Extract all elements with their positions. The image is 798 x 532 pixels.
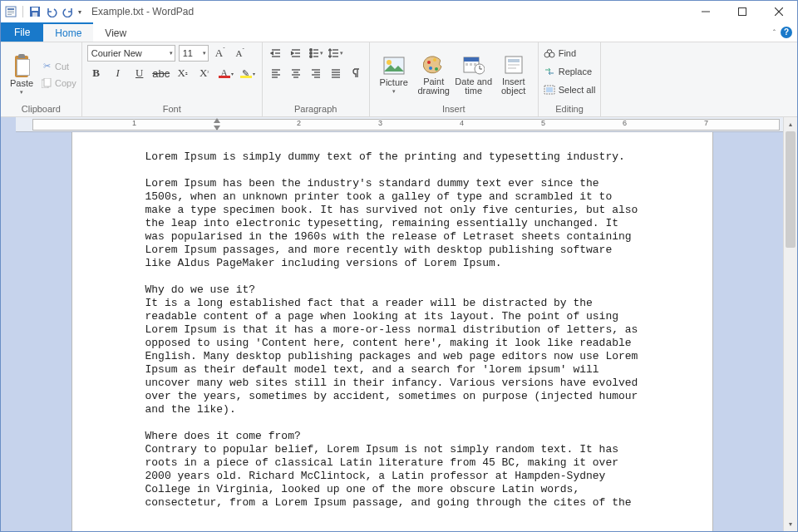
bullets-button[interactable]: ▾ (308, 45, 324, 62)
svg-rect-6 (32, 7, 38, 11)
paragraph-3[interactable]: Why do we use it? It is a long establish… (145, 283, 639, 416)
paint-label: Paint drawing (417, 77, 450, 96)
scroll-thumb[interactable] (786, 131, 796, 248)
svg-point-64 (549, 52, 554, 57)
window-title: Example.txt - WordPad (91, 6, 194, 17)
horizontal-ruler[interactable]: 1 2 3 4 5 6 7 (16, 117, 783, 132)
ruler-mark: 2 (297, 119, 301, 127)
maximize-button[interactable] (724, 1, 761, 22)
select-all-label: Select all (559, 85, 596, 95)
ruler-mark: 1 (132, 119, 136, 127)
title-bar: ▾ Example.txt - WordPad (1, 1, 797, 22)
find-label: Find (559, 48, 576, 58)
font-group-label: Font (87, 104, 257, 116)
justify-button[interactable] (328, 65, 344, 81)
select-all-icon (544, 84, 555, 96)
svg-rect-66 (546, 87, 553, 92)
svg-rect-61 (508, 64, 520, 66)
paste-button[interactable]: Paste ▾ (6, 54, 37, 96)
align-center-button[interactable] (288, 65, 304, 81)
shrink-font-button[interactable]: Aˇ (232, 45, 249, 62)
workspace: 1 2 3 4 5 6 7 Lorem Ipsum is simply dumm… (1, 117, 797, 531)
svg-rect-7 (32, 12, 37, 17)
window-controls (687, 1, 797, 22)
hanging-indent-marker[interactable] (214, 126, 220, 131)
align-right-button[interactable] (308, 65, 324, 81)
qat-separator (22, 6, 23, 17)
replace-label: Replace (559, 66, 592, 76)
clipboard-group-label: Clipboard (6, 104, 76, 116)
cut-button[interactable]: ✂ Cut (41, 58, 76, 75)
strikethrough-button[interactable]: abc (152, 65, 170, 81)
insert-picture-button[interactable]: Picture ▾ (375, 54, 413, 95)
subscript-button[interactable]: X₂ (174, 65, 192, 81)
ruler-mark: 3 (378, 119, 382, 127)
highlight-button[interactable]: ✎▾ (239, 65, 257, 81)
picture-icon (382, 54, 406, 77)
paragraph-2[interactable]: Lorem Ipsum has been the industry's stan… (145, 177, 639, 270)
vertical-scrollbar[interactable]: ▴ ▾ (783, 117, 797, 531)
paint-drawing-button[interactable]: Paint drawing (415, 53, 453, 96)
scroll-down-button[interactable]: ▾ (784, 517, 797, 531)
svg-rect-4 (7, 14, 12, 15)
view-tab[interactable]: View (93, 22, 138, 42)
date-time-button[interactable]: Date and time (455, 53, 493, 96)
svg-rect-52 (464, 57, 479, 62)
svg-point-49 (435, 67, 438, 71)
paste-label: Paste (10, 78, 33, 88)
svg-rect-13 (44, 78, 51, 86)
paragraph-group-label: Paragraph (268, 104, 364, 116)
underline-button[interactable]: U (131, 65, 149, 81)
scroll-track[interactable] (784, 131, 797, 517)
file-tab[interactable]: File (1, 22, 43, 42)
document-page[interactable]: Lorem Ipsum is simply dummy text of the … (72, 132, 712, 531)
paragraph-1[interactable]: Lorem Ipsum is simply dummy text of the … (145, 150, 639, 164)
decrease-indent-button[interactable] (268, 45, 284, 62)
svg-point-22 (309, 52, 312, 55)
clipboard-icon (12, 54, 32, 77)
replace-icon (544, 66, 555, 77)
increase-indent-button[interactable] (288, 45, 304, 62)
italic-button[interactable]: I (109, 65, 127, 81)
first-line-indent-marker[interactable] (214, 118, 220, 123)
close-button[interactable] (761, 1, 797, 22)
paragraph-dialog-button[interactable] (347, 65, 364, 81)
select-all-button[interactable]: Select all (544, 81, 596, 98)
qat-dropdown[interactable]: ▾ (78, 8, 85, 16)
cut-label: Cut (55, 62, 69, 71)
copy-button[interactable]: Copy (41, 75, 76, 91)
svg-point-47 (427, 61, 431, 64)
find-button[interactable]: Find (544, 45, 576, 62)
bold-button[interactable]: B (87, 65, 106, 81)
ruler-mark: 5 (541, 119, 545, 127)
svg-rect-62 (508, 67, 516, 69)
scroll-up-button[interactable]: ▴ (784, 117, 797, 131)
picture-label: Picture (380, 78, 408, 87)
font-size-combo[interactable]: 11▾ (179, 45, 209, 62)
undo-button[interactable] (45, 5, 58, 18)
page-viewport: Lorem Ipsum is simply dummy text of the … (1, 132, 783, 531)
insert-object-button[interactable]: Insert object (495, 53, 533, 96)
redo-button[interactable] (62, 5, 75, 18)
clipboard-group: Paste ▾ ✂ Cut Copy Clipboard (1, 42, 82, 116)
paragraph-4[interactable]: Where does it come from? Contrary to pop… (145, 430, 639, 510)
minimize-button[interactable] (687, 1, 724, 22)
scissors-icon: ✂ (41, 61, 52, 72)
grow-font-button[interactable]: Aˆ (212, 45, 229, 62)
collapse-ribbon-button[interactable]: ˆ (773, 28, 776, 37)
save-button[interactable] (28, 5, 42, 18)
superscript-button[interactable]: X² (195, 65, 214, 81)
font-name-combo[interactable]: Courier New▾ (87, 45, 175, 62)
svg-point-46 (387, 60, 392, 65)
font-color-button[interactable]: A▾ (217, 65, 235, 81)
line-spacing-button[interactable]: ▾ (328, 45, 344, 62)
replace-button[interactable]: Replace (544, 63, 592, 80)
paste-dropdown[interactable]: ▾ (20, 89, 23, 96)
svg-rect-3 (7, 12, 14, 13)
help-button[interactable]: ? (781, 27, 792, 38)
home-tab[interactable]: Home (43, 22, 93, 42)
align-left-button[interactable] (268, 65, 284, 81)
editing-group: Find Replace Select all Editing (539, 42, 602, 116)
ribbon: Paste ▾ ✂ Cut Copy Clipboard (1, 42, 797, 117)
copy-icon (41, 77, 52, 89)
